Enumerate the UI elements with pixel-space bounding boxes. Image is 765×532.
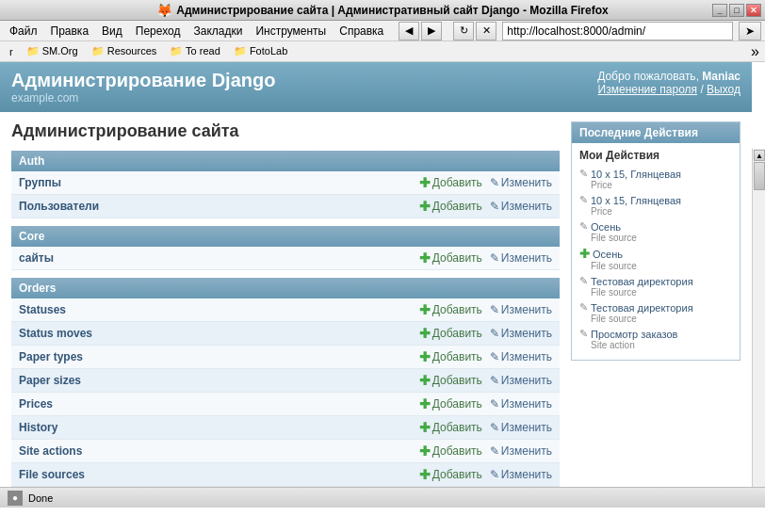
- recent-action-link-1[interactable]: ✎ 10 x 15, Глянцевая: [579, 168, 732, 180]
- add-file-sources-button[interactable]: ✚Добавить: [419, 467, 482, 482]
- bm-resources[interactable]: Resources: [88, 44, 161, 58]
- edit-icon-2: ✎: [579, 194, 588, 206]
- site-actions-actions: ✚Добавить ✎Изменить: [419, 443, 552, 459]
- model-statuses[interactable]: Statuses: [19, 303, 66, 316]
- recent-action-sub-1: Price: [579, 180, 732, 190]
- recent-action-link-3[interactable]: ✎ Осень: [579, 220, 732, 233]
- recent-action-link-4[interactable]: ✚ Осень: [579, 247, 732, 261]
- model-prices[interactable]: Prices: [19, 397, 53, 411]
- bm-r[interactable]: r: [6, 45, 17, 58]
- bookmarks-more[interactable]: »: [751, 43, 759, 60]
- recent-action-link-5[interactable]: ✎ Тестовая директория: [579, 275, 732, 287]
- recent-action-link-2[interactable]: ✎ 10 x 15, Глянцевая: [579, 194, 732, 206]
- model-paper-types[interactable]: Paper types: [19, 350, 83, 363]
- page-content: Администрирование сайта Auth Группы ✚Доб…: [0, 112, 752, 487]
- model-users[interactable]: Пользователи: [19, 200, 99, 213]
- add-groups-button[interactable]: ✚Добавить: [419, 175, 482, 190]
- table-row: Paper sizes ✚Добавить ✎Изменить: [11, 369, 560, 393]
- recent-action-link-7[interactable]: ✎ Просмотр заказов: [579, 328, 732, 340]
- model-groups[interactable]: Группы: [19, 176, 61, 189]
- nav-forward-button[interactable]: ▶: [421, 22, 442, 40]
- model-file-sources[interactable]: File sources: [19, 468, 85, 481]
- menu-file[interactable]: Файл: [4, 23, 43, 40]
- change-sites-button[interactable]: ✎Изменить: [490, 251, 552, 265]
- maximize-button[interactable]: □: [729, 4, 744, 17]
- statusbar: ● Done: [0, 487, 765, 508]
- table-row: сайты ✚Добавить ✎Изменить: [11, 247, 560, 270]
- list-item: ✎ 10 x 15, Глянцевая Price: [579, 194, 732, 217]
- list-item: ✎ Тестовая директория File source: [579, 301, 732, 324]
- go-button[interactable]: ➤: [739, 22, 761, 40]
- bm-toread[interactable]: To read: [166, 44, 224, 58]
- plus-icon-4: ✚: [419, 302, 431, 317]
- change-groups-button[interactable]: ✎Изменить: [490, 176, 552, 189]
- menu-edit[interactable]: Правка: [45, 23, 95, 40]
- menu-help[interactable]: Справка: [334, 23, 389, 40]
- add-site-actions-button[interactable]: ✚Добавить: [419, 443, 482, 459]
- folder-icon-3: [170, 45, 183, 56]
- logout-link[interactable]: Выход: [707, 83, 741, 96]
- menu-bookmarks[interactable]: Закладки: [187, 23, 248, 40]
- folder-icon-4: [234, 45, 247, 56]
- edit-icon-6: ✎: [579, 301, 588, 314]
- change-statuses-button[interactable]: ✎Изменить: [490, 303, 552, 316]
- add-history-button[interactable]: ✚Добавить: [419, 420, 482, 435]
- menu-tools[interactable]: Инструменты: [250, 23, 332, 40]
- bm-smorg[interactable]: SM.Org: [23, 44, 82, 58]
- list-item: ✎ 10 x 15, Глянцевая Price: [579, 168, 732, 190]
- pencil-icon-10: ✎: [490, 444, 499, 458]
- status-icon: ●: [8, 491, 23, 506]
- nav-stop-button[interactable]: ✕: [476, 22, 496, 40]
- add-statuses-button[interactable]: ✚Добавить: [419, 302, 482, 317]
- page-title: Администрирование сайта: [11, 121, 560, 141]
- change-file-sources-button[interactable]: ✎Изменить: [490, 468, 552, 481]
- add-paper-sizes-button[interactable]: ✚Добавить: [419, 373, 482, 388]
- list-item: ✎ Тестовая директория File source: [579, 275, 732, 298]
- minimize-button[interactable]: _: [712, 4, 727, 17]
- nav-reload-button[interactable]: ↻: [453, 22, 474, 40]
- bm-fotolab[interactable]: FotoLab: [230, 44, 291, 58]
- change-site-actions-button[interactable]: ✎Изменить: [490, 444, 552, 458]
- add-paper-types-button[interactable]: ✚Добавить: [419, 349, 482, 364]
- nav-forward-icon: ▶: [428, 24, 435, 37]
- model-paper-sizes[interactable]: Paper sizes: [19, 374, 81, 387]
- admin-subtitle: example.com: [11, 91, 275, 105]
- model-site-actions[interactable]: Site actions: [19, 444, 82, 458]
- change-prices-button[interactable]: ✎Изменить: [490, 397, 552, 411]
- nav-back-button[interactable]: ◀: [399, 22, 419, 40]
- welcome-text: Добро пожаловать,: [597, 70, 699, 83]
- model-sites[interactable]: сайты: [19, 251, 54, 265]
- table-row: History ✚Добавить ✎Изменить: [11, 416, 560, 440]
- status-indicator: ●: [12, 492, 18, 503]
- change-paper-types-button[interactable]: ✎Изменить: [490, 350, 552, 363]
- scroll-up-button[interactable]: ▲: [754, 150, 765, 161]
- recent-action-link-6[interactable]: ✎ Тестовая директория: [579, 301, 732, 314]
- paper-sizes-actions: ✚Добавить ✎Изменить: [419, 373, 552, 388]
- plus-icon-8: ✚: [419, 396, 431, 411]
- add-users-button[interactable]: ✚Добавить: [419, 199, 482, 214]
- scroll-thumb[interactable]: [754, 162, 765, 190]
- close-button[interactable]: ✕: [746, 4, 761, 17]
- menu-go[interactable]: Переход: [130, 23, 187, 40]
- add-prices-button[interactable]: ✚Добавить: [419, 396, 482, 411]
- model-history[interactable]: History: [19, 421, 57, 434]
- list-item: ✎ Осень File source: [579, 220, 732, 243]
- add-status-moves-button[interactable]: ✚Добавить: [419, 326, 482, 341]
- change-history-button[interactable]: ✎Изменить: [490, 421, 552, 434]
- recent-action-sub-7: Site action: [579, 340, 732, 350]
- file-sources-actions: ✚Добавить ✎Изменить: [419, 467, 552, 482]
- add-sites-button[interactable]: ✚Добавить: [419, 250, 482, 266]
- change-paper-sizes-button[interactable]: ✎Изменить: [490, 374, 552, 387]
- admin-user-info: Добро пожаловать, Maniac Изменение парол…: [597, 70, 741, 96]
- plus-icon-10: ✚: [419, 443, 431, 459]
- recent-action-sub-2: Price: [579, 206, 732, 217]
- admin-header: Администрирование Django example.com Доб…: [0, 62, 752, 112]
- module-core-header: Core: [11, 226, 560, 247]
- change-users-button[interactable]: ✎Изменить: [490, 200, 552, 213]
- model-status-moves[interactable]: Status moves: [19, 327, 92, 340]
- scrollbar[interactable]: ▲ ▼: [752, 149, 765, 487]
- menu-view[interactable]: Вид: [96, 23, 128, 40]
- address-input[interactable]: [502, 22, 733, 40]
- change-password-link[interactable]: Изменение пароля: [598, 83, 697, 96]
- change-status-moves-button[interactable]: ✎Изменить: [490, 327, 552, 340]
